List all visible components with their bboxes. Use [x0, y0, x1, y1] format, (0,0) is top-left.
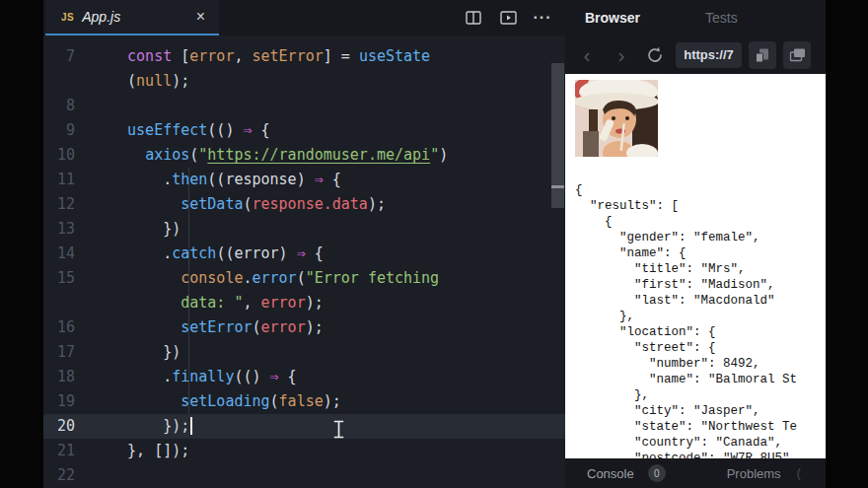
text-caret: [190, 417, 192, 435]
code-line[interactable]: 7 const [error, setError] = useState: [43, 44, 565, 69]
line-number: 22: [43, 463, 99, 488]
responsive-preview-button[interactable]: [749, 41, 776, 69]
browser-panel: Browser Tests ‹ › https://7: [565, 0, 826, 488]
line-number: 19: [43, 389, 99, 414]
code-line[interactable]: 8: [43, 94, 565, 118]
line-number: 15: [43, 266, 99, 291]
javascript-file-icon: JS: [61, 12, 74, 23]
forward-icon[interactable]: ›: [612, 44, 631, 65]
browser-viewport: { "results": [ { "gender": "female", "na…: [565, 74, 826, 458]
line-number: 13: [43, 217, 99, 242]
close-tab-icon[interactable]: ×: [196, 9, 205, 25]
refresh-icon[interactable]: [645, 45, 665, 65]
code-line[interactable]: 13 }): [43, 217, 565, 242]
profile-photo: [575, 80, 658, 157]
line-number: 12: [43, 192, 99, 217]
code-area[interactable]: 7 const [error, setError] = useState (nu…: [43, 35, 565, 488]
line-number: [43, 69, 99, 94]
code-line[interactable]: 22: [43, 463, 565, 488]
back-icon[interactable]: ‹: [577, 44, 597, 65]
tab-filename: App.js: [82, 9, 195, 25]
json-response-text: { "results": [ { "gender": "female", "na…: [575, 182, 826, 458]
line-number: 18: [43, 365, 99, 389]
panel-status-bar: Console 0 Problems (: [565, 458, 826, 488]
line-number: 16: [43, 315, 99, 340]
line-number: 11: [43, 168, 99, 192]
code-line[interactable]: (null);: [43, 69, 565, 94]
code-line[interactable]: 17 }): [43, 340, 565, 365]
tab-appjs[interactable]: JS App.js ×: [45, 0, 219, 35]
line-number: 7: [43, 44, 99, 69]
line-number: 14: [43, 242, 99, 266]
code-line[interactable]: 11 .then((response) ⇒ {: [43, 168, 565, 192]
url-input[interactable]: https://7: [676, 42, 742, 68]
line-number: [43, 291, 99, 315]
mouse-ibeam-cursor: [333, 420, 344, 443]
editor-toolbar: ···: [465, 0, 551, 35]
code-line[interactable]: 21 }, []);: [43, 439, 565, 463]
line-number: 17: [43, 340, 99, 365]
console-count-badge: 0: [648, 464, 666, 482]
more-actions-icon[interactable]: ···: [534, 10, 551, 26]
tab-browser[interactable]: Browser: [585, 10, 640, 26]
console-button[interactable]: Console: [587, 466, 634, 481]
problems-suffix: (: [797, 466, 801, 480]
line-number: 9: [43, 118, 99, 143]
line-number: 21: [43, 439, 99, 463]
code-line[interactable]: 14 .catch((error) ⇒ {: [43, 242, 565, 266]
code-line[interactable]: 15 console.error("Error fetching: [43, 266, 565, 291]
problems-button[interactable]: Problems: [727, 466, 781, 481]
open-new-window-button[interactable]: [783, 41, 811, 69]
code-line[interactable]: 9 useEffect(() ⇒ {: [43, 118, 565, 143]
code-lines: 7 const [error, setError] = useState (nu…: [43, 44, 565, 488]
line-number: 20: [43, 414, 99, 439]
split-editor-icon[interactable]: [465, 10, 482, 26]
code-line[interactable]: 19 setLoading(false);: [43, 389, 565, 414]
code-line[interactable]: 10 axios("https://randomuser.me/api"): [43, 143, 565, 168]
line-number: 10: [43, 143, 99, 168]
code-line[interactable]: 16 setError(error);: [43, 315, 565, 340]
tab-tests[interactable]: Tests: [705, 10, 738, 26]
scrollbar-mark: [551, 185, 564, 188]
line-number: 8: [43, 94, 99, 118]
code-line[interactable]: data: ", error);: [43, 291, 565, 315]
editor-scrollbar[interactable]: [551, 63, 564, 208]
open-preview-icon[interactable]: [499, 10, 517, 26]
app-window: (true); 7 const [error, setError] = useS…: [0, 0, 868, 488]
code-line[interactable]: 18 .finally(() ⇒ {: [43, 365, 565, 389]
code-line[interactable]: 12 setData(response.data);: [43, 192, 565, 217]
code-editor: (true); 7 const [error, setError] = useS…: [43, 0, 565, 488]
panel-tab-bar: Browser Tests: [565, 0, 826, 35]
code-line[interactable]: 20 });: [43, 414, 565, 439]
browser-nav-bar: ‹ › https://7: [565, 35, 826, 74]
